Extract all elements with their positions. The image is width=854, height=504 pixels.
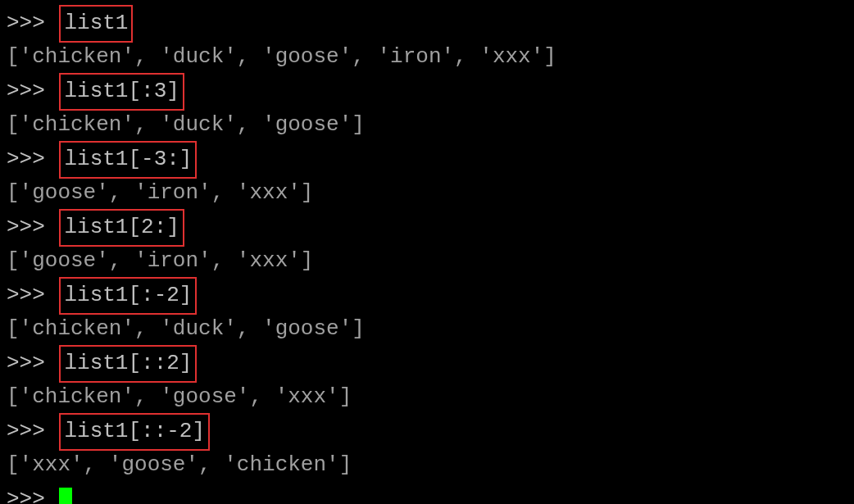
input-line: >>> list1[:3]	[7, 75, 847, 109]
highlighted-command: list1	[59, 5, 133, 43]
prompt-chars: >>>	[7, 143, 57, 177]
output-line: ['goose', 'iron', 'xxx']	[7, 177, 847, 211]
prompt-chars: >>>	[7, 75, 57, 109]
input-line: >>> list1	[7, 7, 847, 41]
highlighted-command: list1[-3:]	[59, 141, 197, 179]
output-line: ['xxx', 'goose', 'chicken']	[7, 449, 847, 484]
prompt-chars: >>>	[7, 7, 57, 41]
highlighted-command: list1[::2]	[59, 345, 197, 383]
prompt-chars: >>>	[7, 211, 57, 245]
highlighted-command: list1[:-2]	[59, 277, 197, 315]
output-line: ['chicken', 'duck', 'goose']	[7, 313, 847, 347]
prompt-chars: >>>	[7, 279, 57, 313]
terminal-output[interactable]: >>> list1 ['chicken', 'duck', 'goose', '…	[7, 7, 847, 504]
output-line: ['chicken', 'goose', 'xxx']	[7, 381, 847, 415]
output-line: ['chicken', 'duck', 'goose', 'iron', 'xx…	[7, 41, 847, 75]
highlighted-command: list1[2:]	[59, 209, 184, 247]
highlighted-command: list1[::-2]	[59, 413, 210, 451]
input-line: >>> list1[:-2]	[7, 279, 847, 313]
output-line: ['goose', 'iron', 'xxx']	[7, 245, 847, 279]
input-line: >>> list1[2:]	[7, 211, 847, 245]
cursor-line[interactable]: >>>	[7, 483, 847, 504]
prompt-chars: >>>	[7, 347, 57, 381]
input-line: >>> list1[::-2]	[7, 415, 847, 449]
input-line: >>> list1[-3:]	[7, 143, 847, 177]
output-line: ['chicken', 'duck', 'goose']	[7, 109, 847, 143]
cursor-icon	[59, 488, 72, 504]
input-line: >>> list1[::2]	[7, 347, 847, 381]
prompt-chars: >>>	[7, 483, 57, 504]
prompt-chars: >>>	[7, 415, 57, 449]
highlighted-command: list1[:3]	[59, 73, 184, 111]
